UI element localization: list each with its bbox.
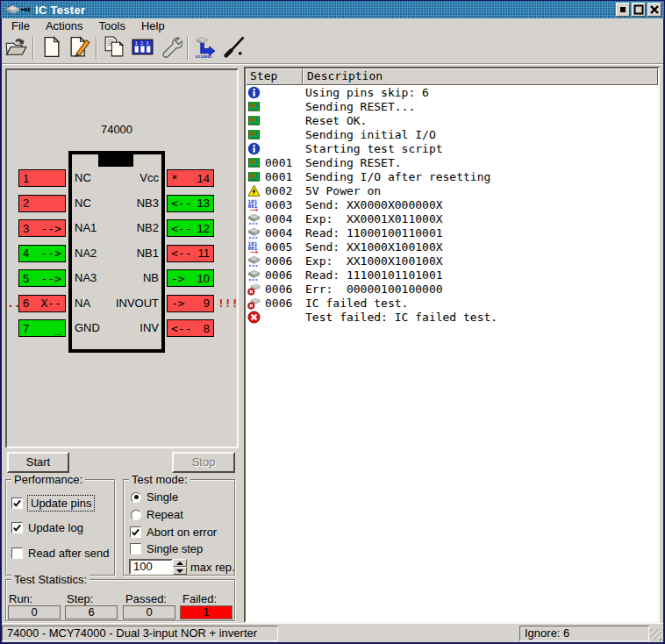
dip-switch-button[interactable]: 1 2 3 <box>128 35 156 62</box>
checkbox-abort-on-error[interactable] <box>130 526 141 538</box>
log-row[interactable]: 0006Exp: XX1000X100100X <box>246 254 658 268</box>
new-button[interactable] <box>37 35 65 62</box>
log-row[interactable]: 0006Err: 00000100100000 <box>246 282 658 296</box>
copy-button[interactable] <box>100 35 128 62</box>
checkbox-row-read-after-send: Read after send <box>11 547 110 560</box>
log-row[interactable]: Using pins skip: 6 <box>246 85 658 99</box>
chip-pin-label-na1-3: NA1 <box>75 221 97 234</box>
pin-9[interactable]: ->9 <box>167 295 214 312</box>
pin-4[interactable]: 4--> <box>18 245 66 262</box>
radio-dot <box>134 495 139 499</box>
menu-file[interactable]: File <box>4 18 38 33</box>
log-row[interactable]: Sending RESET... <box>246 99 658 113</box>
log-row[interactable]: 1010010005Send: XX1000X100100X <box>246 240 658 254</box>
wrench-button[interactable] <box>156 35 184 62</box>
pin-direction: <-- <box>171 322 191 335</box>
stat-value-run: 0 <box>8 605 61 619</box>
log-description: Err: 00000100100000 <box>304 283 443 296</box>
log-row[interactable]: 0006IC failed test. <box>246 296 658 310</box>
log-description: Sending RESET. <box>304 156 402 169</box>
spin-down-button[interactable] <box>173 567 187 575</box>
checkbox-update-pins[interactable] <box>11 497 23 509</box>
pin-number: 8 <box>204 322 210 335</box>
run-test-button[interactable]: 0110001 <box>191 35 219 62</box>
checkbox-single-step[interactable] <box>130 543 141 555</box>
titlebar-buttons <box>616 3 661 17</box>
log-row[interactable]: 0001Sending I/O after resetting <box>246 169 658 183</box>
pin-5[interactable]: 5--> <box>18 269 66 287</box>
pin-direction: --> <box>41 272 61 285</box>
pin-7[interactable]: 7_ <box>18 319 66 337</box>
pin-2[interactable]: 2 <box>18 195 66 212</box>
pin-14[interactable]: *14 <box>167 169 214 187</box>
log-step: 0005 <box>263 240 304 254</box>
log-row[interactable]: 0004Read: 11000100110001 <box>246 225 658 240</box>
radio-single[interactable] <box>131 492 141 503</box>
pin-number: 3 <box>23 222 29 235</box>
log-header: Step Description <box>246 68 658 85</box>
menu-tools[interactable]: Tools <box>91 18 133 33</box>
edit-icon <box>68 35 91 61</box>
pin-8[interactable]: <--8 <box>167 319 214 337</box>
log-row[interactable]: Sending initial I/O <box>246 127 658 141</box>
pin-13[interactable]: <--13 <box>167 195 214 212</box>
pin-12[interactable]: <--12 <box>167 219 214 237</box>
radio-row-single: Single <box>131 490 178 504</box>
start-button[interactable]: Start <box>7 452 69 473</box>
log-row[interactable]: 0001Sending RESET. <box>246 155 658 169</box>
radio-label-repeat: Repeat <box>147 508 183 521</box>
log-row[interactable]: Starting test script <box>246 141 658 155</box>
log-row[interactable]: 0004Exp: XX0001X011000X <box>246 211 658 225</box>
chip-pin-label-gnd-7: GND <box>75 321 100 334</box>
chip-pin-label-nc-2: NC <box>75 197 91 210</box>
pin-11[interactable]: <--11 <box>167 245 214 262</box>
max-rep-input[interactable]: 100 <box>129 559 173 575</box>
checkbox-row-abort-on-error: Abort on error <box>130 526 217 539</box>
titlebar[interactable]: IC Tester <box>1 1 664 18</box>
log-column-description[interactable]: Description <box>303 68 658 85</box>
pin-number: 9 <box>204 297 210 310</box>
log-body: Using pins skip: 6Sending RESET...Reset … <box>246 85 658 621</box>
info-icon <box>246 142 263 155</box>
pin-10[interactable]: ->10 <box>167 269 214 287</box>
checkbox-update-log[interactable] <box>11 522 23 533</box>
log-row[interactable]: Reset OK. <box>246 113 658 127</box>
probe-button[interactable] <box>219 35 247 62</box>
log-description: Sending initial I/O <box>304 128 436 141</box>
spin-up-button[interactable] <box>173 559 187 567</box>
resize-grip[interactable] <box>650 629 661 640</box>
max-rep-row: 100max rep. <box>129 559 235 575</box>
log-description: Read: 11000100110001 <box>304 226 443 240</box>
pin-3[interactable]: 3--> <box>18 219 66 237</box>
radio-repeat[interactable] <box>131 510 141 520</box>
pin-6[interactable]: 6X-- <box>18 295 66 312</box>
log-row[interactable]: Test failed: IC failed test. <box>246 310 658 324</box>
menu-actions[interactable]: Actions <box>38 18 91 33</box>
log-panel: Step Description Using pins skip: 6Sendi… <box>244 67 660 623</box>
log-row[interactable]: 00025V Power on <box>246 183 658 197</box>
data-icon: 101001 <box>246 240 263 254</box>
log-description: Test failed: IC failed test. <box>304 311 497 324</box>
open-button[interactable] <box>2 35 30 62</box>
minimize-button[interactable] <box>616 3 630 17</box>
checkbox-read-after-send[interactable] <box>11 547 23 559</box>
pin-1[interactable]: 1 <box>18 169 66 187</box>
log-row[interactable]: 0006Read: 11100101101001 <box>246 268 658 282</box>
chiperr-icon <box>246 283 263 296</box>
chip-pin-label-na2-4: NA2 <box>75 247 97 260</box>
close-button[interactable] <box>647 3 661 17</box>
chip-pin-label-invout-9: INVOUT <box>116 297 159 310</box>
probe-icon <box>222 35 246 61</box>
log-row[interactable]: 1010010003Send: XX0000X000000X <box>246 197 658 211</box>
info-icon <box>246 86 263 99</box>
stop-button[interactable]: Stop <box>172 452 235 473</box>
fail-icon <box>246 311 263 324</box>
send-icon <box>246 114 263 127</box>
edit-button[interactable] <box>65 35 93 62</box>
menu-help[interactable]: Help <box>133 18 173 33</box>
pin-number: 5 <box>23 272 29 285</box>
log-column-step[interactable]: Step <box>246 68 303 85</box>
chip-part-label: 74000 <box>68 123 165 136</box>
maximize-button[interactable] <box>632 3 646 17</box>
power-icon <box>246 184 263 197</box>
